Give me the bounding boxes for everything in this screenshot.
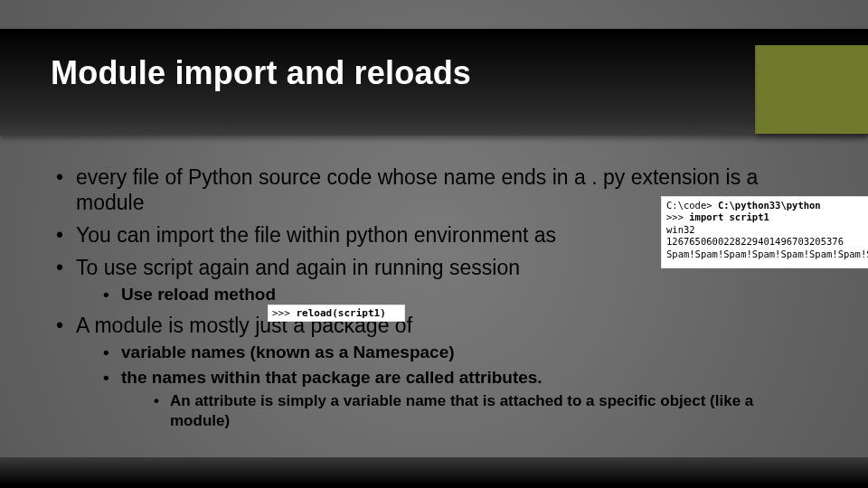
console-line: C:\code> C:\python33\python bbox=[666, 200, 864, 211]
bullet-level2: the names within that package are called… bbox=[103, 367, 816, 431]
console-snippet: C:\code> C:\python33\python >>> import s… bbox=[662, 197, 868, 267]
bullet-level2: variable names (known as a Namespace) bbox=[103, 342, 816, 363]
slide: Module import and reloads every file of … bbox=[0, 0, 868, 488]
bullet-level1: A module is mostly just a package of var… bbox=[56, 313, 816, 431]
bullet-level2: Use reload method bbox=[103, 284, 816, 305]
console-line: win32 bbox=[666, 224, 864, 236]
bullet-level3: An attribute is simply a variable name t… bbox=[154, 391, 816, 431]
console-line: Spam!Spam!Spam!Spam!Spam!Spam!Spam!Spam! bbox=[666, 249, 864, 260]
reload-snippet: >>> reload(script1) bbox=[269, 305, 404, 321]
bullet-text: the names within that package are called… bbox=[121, 368, 542, 387]
bottom-band bbox=[0, 457, 868, 488]
accent-block bbox=[755, 45, 868, 134]
console-line: >>> import script1 bbox=[666, 211, 864, 223]
slide-title: Module import and reloads bbox=[51, 54, 471, 92]
title-band: Module import and reloads bbox=[0, 29, 868, 136]
bullet-text: To use script again and again in running… bbox=[76, 256, 520, 279]
console-line: 1267650600228229401496703205376 bbox=[666, 236, 864, 248]
bullet-text: Use reload method bbox=[121, 284, 276, 305]
